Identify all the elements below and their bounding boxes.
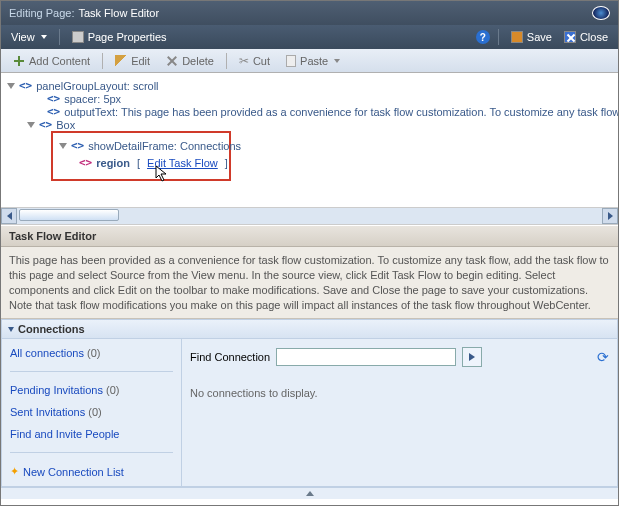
new-connection-list-link[interactable]: ✦ New Connection List (10, 465, 173, 478)
close-label: Close (580, 31, 608, 43)
pencil-icon (115, 55, 127, 67)
new-connection-list-label: New Connection List (23, 466, 124, 478)
connections-panel: Connections All connections (0) Pending … (1, 319, 618, 487)
connections-sidebar: All connections (0) Pending Invitations … (2, 339, 182, 486)
sent-count: (0) (88, 406, 101, 418)
tree-node-box[interactable]: Box (56, 119, 75, 131)
tree-node-region[interactable]: region (96, 157, 130, 169)
edit-label: Edit (131, 55, 150, 67)
all-connections-link[interactable]: All connections (0) (10, 347, 173, 359)
chevron-up-icon (306, 491, 314, 496)
paste-button[interactable]: Paste (280, 53, 346, 69)
paste-label: Paste (300, 55, 328, 67)
tree-node-spacer[interactable]: spacer: 5px (64, 93, 121, 105)
page-properties-label: Page Properties (88, 31, 167, 43)
tree-node-panelgroup[interactable]: panelGroupLayout: scroll (36, 80, 158, 92)
oracle-logo-icon (592, 6, 610, 20)
close-button[interactable]: Close (560, 29, 612, 45)
add-content-button[interactable]: Add Content (7, 53, 96, 69)
all-connections-count: (0) (87, 347, 100, 359)
tag-icon: <> (47, 105, 60, 118)
divider (102, 53, 103, 69)
scroll-thumb[interactable] (19, 209, 119, 221)
pending-label: Pending Invitations (10, 384, 103, 396)
chevron-left-icon (7, 212, 12, 220)
sent-invitations-link[interactable]: Sent Invitations (0) (10, 406, 173, 418)
help-icon[interactable]: ? (476, 30, 490, 44)
tree-node-outputtext[interactable]: outputText: This page has been provided … (64, 106, 618, 118)
view-menu[interactable]: View (7, 29, 51, 45)
delete-icon (166, 55, 178, 67)
source-tree: <> panelGroupLayout: scroll <> spacer: 5… (1, 73, 618, 207)
save-icon (511, 31, 523, 43)
tree-node-showdetailframe[interactable]: showDetailFrame: Connections (88, 140, 241, 152)
scissors-icon: ✂ (239, 54, 249, 68)
connections-header[interactable]: Connections (2, 320, 617, 339)
tag-icon: <> (39, 118, 52, 131)
dropdown-icon (41, 35, 47, 39)
task-flow-editor-header: Task Flow Editor (1, 225, 618, 247)
page-header: Editing Page: Task Flow Editor (1, 1, 618, 25)
arrow-right-icon (469, 353, 475, 361)
divider (10, 371, 173, 372)
pending-invitations-link[interactable]: Pending Invitations (0) (10, 384, 173, 396)
no-connections-text: No connections to display. (190, 387, 609, 399)
task-flow-editor-description: This page has been provided as a conveni… (1, 247, 618, 319)
find-connection-label: Find Connection (190, 351, 270, 363)
view-label: View (11, 31, 35, 43)
find-invite-label: Find and Invite People (10, 428, 119, 440)
all-connections-label: All connections (10, 347, 84, 359)
top-toolbar: View Page Properties ? Save Close (1, 25, 618, 49)
refresh-icon[interactable]: ⟳ (597, 349, 609, 365)
delete-label: Delete (182, 55, 214, 67)
properties-icon (72, 31, 84, 43)
connections-title: Connections (18, 323, 85, 335)
divider (498, 29, 499, 45)
horizontal-scrollbar[interactable] (1, 207, 618, 225)
divider (10, 452, 173, 453)
find-go-button[interactable] (462, 347, 482, 367)
divider (59, 29, 60, 45)
star-icon: ✦ (10, 465, 19, 478)
connections-main: Find Connection ⟳ No connections to disp… (182, 339, 617, 486)
editing-prefix: Editing Page: (9, 7, 74, 19)
expand-toggle[interactable] (7, 83, 15, 89)
scroll-left-button[interactable] (1, 208, 17, 224)
tag-icon: <> (19, 79, 32, 92)
scroll-right-button[interactable] (602, 208, 618, 224)
bracket: [ (134, 157, 143, 169)
pending-count: (0) (106, 384, 119, 396)
sent-label: Sent Invitations (10, 406, 85, 418)
region-icon: <> (79, 156, 92, 169)
plus-icon (13, 55, 25, 67)
divider (226, 53, 227, 69)
close-icon (564, 31, 576, 43)
delete-button[interactable]: Delete (160, 53, 220, 69)
highlight-region: <> showDetailFrame: Connections <> regio… (51, 131, 231, 181)
expand-toggle[interactable] (27, 122, 35, 128)
page-properties-button[interactable]: Page Properties (68, 29, 171, 45)
tag-icon: <> (47, 92, 60, 105)
clipboard-icon (286, 55, 296, 67)
save-button[interactable]: Save (507, 29, 556, 45)
find-invite-people-link[interactable]: Find and Invite People (10, 428, 173, 440)
scroll-track[interactable] (17, 208, 602, 224)
find-connection-input[interactable] (276, 348, 456, 366)
collapse-toggle[interactable] (8, 327, 14, 332)
cut-button[interactable]: ✂ Cut (233, 52, 276, 70)
page-title: Task Flow Editor (78, 7, 159, 19)
expand-toggle[interactable] (59, 143, 67, 149)
save-label: Save (527, 31, 552, 43)
add-content-label: Add Content (29, 55, 90, 67)
bracket: ] (222, 157, 228, 169)
edit-button[interactable]: Edit (109, 53, 156, 69)
dropdown-icon (334, 59, 340, 63)
cut-label: Cut (253, 55, 270, 67)
edit-toolbar: Add Content Edit Delete ✂ Cut Paste (1, 49, 618, 73)
tag-icon: <> (71, 139, 84, 152)
panel-collapse-bar[interactable] (1, 487, 618, 499)
chevron-right-icon (608, 212, 613, 220)
